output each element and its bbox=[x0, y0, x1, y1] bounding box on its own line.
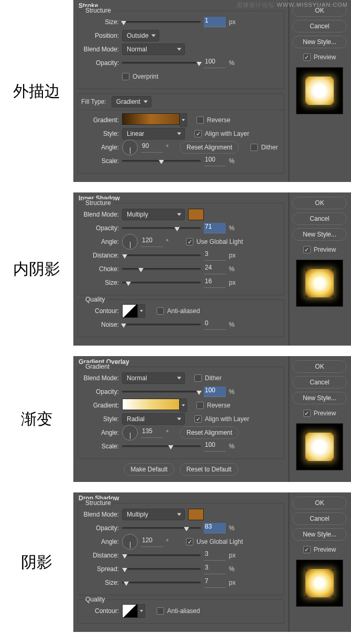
angle-value[interactable]: 90 bbox=[141, 142, 163, 153]
field-row: Overprint bbox=[81, 70, 281, 83]
checkbox[interactable] bbox=[186, 538, 193, 545]
value-input[interactable]: 3 bbox=[204, 564, 226, 574]
field-label: Contour: bbox=[81, 607, 119, 615]
slider[interactable] bbox=[122, 565, 201, 573]
checkbox[interactable] bbox=[196, 402, 204, 409]
checkbox[interactable] bbox=[157, 607, 164, 615]
contour-picker[interactable] bbox=[138, 604, 145, 618]
value-input[interactable]: 24 bbox=[204, 264, 226, 274]
slider[interactable] bbox=[122, 18, 201, 26]
field-label: Distance: bbox=[81, 552, 119, 559]
checkbox[interactable] bbox=[194, 415, 202, 423]
color-swatch[interactable] bbox=[188, 509, 204, 520]
reset-alignment-button[interactable]: Reset Alignment bbox=[180, 426, 239, 439]
value-input[interactable]: 100 bbox=[204, 156, 226, 166]
field-row: Contour:Anti-aliased bbox=[81, 604, 281, 618]
contour-swatch[interactable] bbox=[122, 604, 138, 618]
field-row: Opacity:100% bbox=[81, 56, 281, 70]
select-linear[interactable]: Linear bbox=[122, 128, 185, 139]
angle-dial[interactable] bbox=[122, 534, 138, 550]
preview-checkbox[interactable] bbox=[303, 410, 311, 417]
field-label: Opacity: bbox=[81, 59, 119, 67]
value-input[interactable]: 100 bbox=[204, 58, 226, 68]
gradient-picker[interactable] bbox=[180, 399, 187, 412]
checkbox[interactable] bbox=[194, 130, 202, 137]
value-input[interactable]: 83 bbox=[204, 523, 226, 533]
field-row: Size:7px bbox=[81, 576, 281, 589]
field-row: Position:Outside bbox=[81, 29, 281, 42]
select-radial[interactable]: Radial bbox=[122, 413, 185, 425]
checkbox[interactable] bbox=[196, 116, 204, 124]
contour-picker[interactable] bbox=[138, 304, 145, 318]
slider[interactable] bbox=[122, 320, 201, 329]
ok-button[interactable]: OK bbox=[292, 497, 347, 509]
fill-type-select[interactable]: Gradient bbox=[112, 96, 151, 108]
value-input[interactable]: 1 bbox=[204, 17, 226, 27]
preview-checkbox[interactable] bbox=[303, 53, 311, 61]
slider[interactable] bbox=[122, 524, 201, 532]
cancel-button[interactable]: Cancel bbox=[292, 212, 347, 225]
slider[interactable] bbox=[122, 388, 201, 396]
unit: ° bbox=[166, 238, 177, 245]
checkbox[interactable] bbox=[250, 144, 258, 151]
value-input[interactable]: 7 bbox=[204, 577, 226, 588]
checkbox[interactable] bbox=[122, 73, 129, 80]
field-row: Scale:100% bbox=[81, 154, 281, 168]
field-label: Gradient: bbox=[81, 402, 119, 409]
value-input[interactable]: 100 bbox=[204, 387, 226, 397]
angle-value[interactable]: 135 bbox=[141, 427, 163, 438]
contour-swatch[interactable] bbox=[122, 304, 138, 318]
angle-value[interactable]: 120 bbox=[141, 237, 163, 247]
new-style-button[interactable]: New Style... bbox=[292, 228, 347, 241]
gradient-picker[interactable] bbox=[180, 113, 187, 127]
gradient-swatch[interactable] bbox=[122, 113, 180, 125]
color-swatch[interactable] bbox=[188, 209, 204, 220]
new-style-button[interactable]: New Style... bbox=[292, 528, 347, 541]
value-input[interactable]: 100 bbox=[204, 441, 226, 452]
angle-dial[interactable] bbox=[122, 234, 138, 250]
select-normal[interactable]: Normal bbox=[122, 372, 185, 384]
new-style-button[interactable]: New Style... bbox=[292, 392, 347, 404]
select-multiply[interactable]: Multiply bbox=[122, 209, 185, 220]
slider[interactable] bbox=[122, 551, 201, 560]
reset-alignment-button[interactable]: Reset Alignment bbox=[180, 141, 239, 154]
value-input[interactable]: 3 bbox=[204, 250, 226, 261]
cancel-button[interactable]: Cancel bbox=[292, 512, 347, 525]
field-label: Blend Mode: bbox=[81, 374, 119, 382]
cancel-button[interactable]: Cancel bbox=[292, 20, 347, 33]
slider[interactable] bbox=[122, 265, 201, 273]
slider[interactable] bbox=[122, 442, 201, 450]
cancel-button[interactable]: Cancel bbox=[292, 376, 347, 389]
angle-value[interactable]: 120 bbox=[141, 536, 163, 547]
value-input[interactable]: 0 bbox=[204, 319, 226, 330]
angle-dial[interactable] bbox=[122, 139, 138, 155]
new-style-button[interactable]: New Style... bbox=[292, 36, 347, 48]
select-normal[interactable]: Normal bbox=[122, 44, 185, 55]
select-outside[interactable]: Outside bbox=[122, 30, 159, 41]
slider[interactable] bbox=[122, 251, 201, 260]
slider[interactable] bbox=[122, 224, 201, 232]
ok-button[interactable]: OK bbox=[292, 197, 347, 209]
slider[interactable] bbox=[122, 578, 201, 587]
preview-checkbox[interactable] bbox=[303, 246, 311, 253]
preview-checkbox[interactable] bbox=[303, 546, 311, 553]
checkbox[interactable] bbox=[186, 238, 193, 245]
value-input[interactable]: 71 bbox=[204, 223, 226, 233]
preview-row: Preview bbox=[292, 53, 347, 61]
unit: px bbox=[229, 579, 239, 586]
reset-to-default-button[interactable]: Reset to Default bbox=[180, 463, 238, 476]
angle-dial[interactable] bbox=[122, 425, 138, 441]
field-label: Angle: bbox=[81, 429, 119, 436]
checkbox[interactable] bbox=[157, 307, 164, 315]
select-multiply[interactable]: Multiply bbox=[122, 509, 185, 520]
make-default-button[interactable]: Make Default bbox=[124, 463, 174, 476]
value-input[interactable]: 3 bbox=[204, 550, 226, 561]
slider[interactable] bbox=[122, 278, 201, 287]
ok-button[interactable]: OK bbox=[292, 360, 347, 373]
value-input[interactable]: 16 bbox=[204, 277, 226, 288]
gradient-swatch[interactable] bbox=[122, 399, 180, 410]
checkbox[interactable] bbox=[194, 374, 202, 382]
slider[interactable] bbox=[122, 59, 201, 67]
field-row: Blend Mode:NormalDither bbox=[81, 371, 281, 385]
slider[interactable] bbox=[122, 157, 201, 165]
